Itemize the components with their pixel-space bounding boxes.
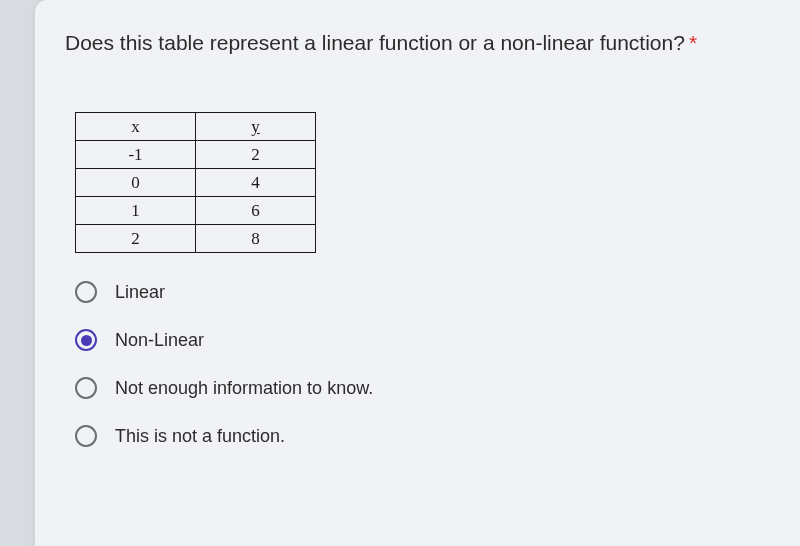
radio-icon — [75, 281, 97, 303]
radio-icon — [75, 377, 97, 399]
radio-icon — [75, 425, 97, 447]
radio-icon — [75, 329, 97, 351]
cell-y: 4 — [196, 169, 316, 197]
option-label: This is not a function. — [115, 426, 285, 447]
option-not-a-function[interactable]: This is not a function. — [75, 425, 770, 447]
header-x: x — [76, 113, 196, 141]
option-not-enough-info[interactable]: Not enough information to know. — [75, 377, 770, 399]
question-row: Does this table represent a linear funct… — [65, 28, 770, 57]
cell-x: 2 — [76, 225, 196, 253]
table-row: -1 2 — [76, 141, 316, 169]
table-row: 1 6 — [76, 197, 316, 225]
cell-x: 0 — [76, 169, 196, 197]
question-card: Does this table represent a linear funct… — [35, 0, 800, 546]
option-linear[interactable]: Linear — [75, 281, 770, 303]
header-y: y — [196, 113, 316, 141]
required-asterisk: * — [689, 31, 697, 54]
cell-y: 6 — [196, 197, 316, 225]
xy-table: x y -1 2 0 4 1 6 2 8 — [75, 112, 316, 253]
option-label: Linear — [115, 282, 165, 303]
question-text: Does this table represent a linear funct… — [65, 31, 685, 54]
option-label: Non-Linear — [115, 330, 204, 351]
cell-y: 2 — [196, 141, 316, 169]
table-row: 0 4 — [76, 169, 316, 197]
option-label: Not enough information to know. — [115, 378, 373, 399]
options-group: Linear Non-Linear Not enough information… — [75, 281, 770, 447]
option-non-linear[interactable]: Non-Linear — [75, 329, 770, 351]
table-row: 2 8 — [76, 225, 316, 253]
cell-x: -1 — [76, 141, 196, 169]
cell-x: 1 — [76, 197, 196, 225]
table-header-row: x y — [76, 113, 316, 141]
cell-y: 8 — [196, 225, 316, 253]
